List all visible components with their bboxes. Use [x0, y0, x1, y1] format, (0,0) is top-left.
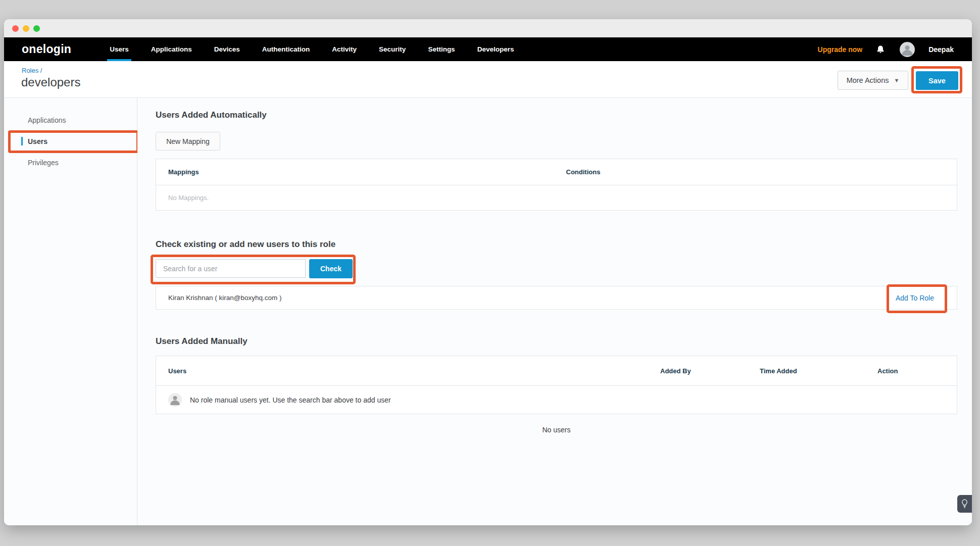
add-to-role-link[interactable]: Add To Role	[896, 294, 934, 302]
save-annotation-box: Save	[916, 71, 958, 90]
app-window: onelogin Users Applications Devices Auth…	[4, 19, 972, 525]
check-section-heading: Check existing or add new users to this …	[156, 239, 957, 250]
new-mapping-button[interactable]: New Mapping	[156, 132, 220, 151]
add-to-role-annotation-box: Add To Role	[896, 293, 934, 303]
current-user-name[interactable]: Deepak	[928, 45, 954, 54]
top-navbar: onelogin Users Applications Devices Auth…	[4, 37, 972, 61]
manual-users-table: Users Added By Time Added Action No role…	[156, 356, 957, 414]
column-header-time-added: Time Added	[760, 367, 877, 375]
no-users-text: No users	[156, 426, 957, 434]
column-header-action: Action	[877, 367, 957, 375]
lightbulb-icon	[961, 499, 968, 509]
sidebar-item-users[interactable]: Users	[4, 131, 137, 152]
sidebar-item-privileges[interactable]: Privileges	[4, 152, 137, 173]
column-header-added-by: Added By	[660, 367, 760, 375]
search-result-row: Kiran Krishnan ( kiran@boxyhq.com ) Add …	[156, 286, 957, 310]
onelogin-logo: onelogin	[22, 42, 71, 56]
nav-tab-developers[interactable]: Developers	[466, 37, 525, 61]
nav-tab-authentication[interactable]: Authentication	[251, 37, 321, 61]
nav-tab-devices[interactable]: Devices	[203, 37, 251, 61]
column-header-conditions: Conditions	[566, 168, 957, 176]
manual-section-heading: Users Added Manually	[156, 336, 957, 346]
manual-table-header: Users Added By Time Added Action	[156, 356, 957, 386]
more-actions-label: More Actions	[847, 76, 889, 84]
nav-tab-users[interactable]: Users	[99, 37, 140, 61]
user-search-input[interactable]	[156, 259, 306, 278]
notification-bell-icon[interactable]	[876, 44, 886, 55]
nav-tabs: Users Applications Devices Authenticatio…	[99, 37, 525, 61]
nav-tab-applications[interactable]: Applications	[140, 37, 203, 61]
manual-empty-row: No role manual users yet. Use the search…	[156, 386, 957, 414]
check-button[interactable]: Check	[309, 259, 353, 278]
window-close-button[interactable]	[12, 25, 19, 32]
page-header: Roles / developers More Actions ▼ Save	[4, 61, 972, 98]
page-title: developers	[21, 75, 80, 89]
column-header-users: Users	[156, 367, 660, 375]
sidebar-item-users-label: Users	[28, 137, 47, 145]
sidebar-item-applications[interactable]: Applications	[4, 110, 137, 131]
user-avatar[interactable]	[900, 42, 915, 57]
navbar-right: Upgrade now Deepak	[818, 37, 954, 61]
window-maximize-button[interactable]	[33, 25, 40, 32]
window-minimize-button[interactable]	[23, 25, 29, 32]
active-item-marker	[21, 137, 23, 145]
mappings-table: Mappings Conditions No Mappings.	[156, 159, 957, 211]
result-user-text: Kiran Krishnan ( kiran@boxyhq.com )	[168, 294, 282, 302]
search-annotation-box: Check	[156, 259, 353, 278]
save-button[interactable]: Save	[916, 71, 958, 90]
no-mappings-text: No Mappings.	[156, 194, 209, 202]
upgrade-now-link[interactable]: Upgrade now	[818, 45, 863, 54]
nav-tab-activity[interactable]: Activity	[321, 37, 368, 61]
main-content: Users Added Automatically New Mapping Ma…	[137, 98, 972, 525]
more-actions-button[interactable]: More Actions ▼	[838, 71, 908, 90]
column-header-mappings: Mappings	[156, 168, 566, 176]
breadcrumb-roles-link[interactable]: Roles /	[22, 67, 42, 74]
help-lightbulb-button[interactable]	[957, 495, 972, 513]
mappings-table-header: Mappings Conditions	[156, 159, 957, 185]
no-manual-users-text: No role manual users yet. Use the search…	[190, 396, 391, 404]
nav-tab-security[interactable]: Security	[368, 37, 417, 61]
chevron-down-icon: ▼	[894, 77, 899, 83]
nav-tab-settings[interactable]: Settings	[417, 37, 466, 61]
window-titlebar	[4, 19, 972, 37]
mappings-empty-row: No Mappings.	[156, 185, 957, 210]
placeholder-avatar-icon	[168, 393, 182, 407]
role-sidebar: Applications Users Privileges	[4, 98, 137, 525]
auto-section-heading: Users Added Automatically	[156, 110, 957, 120]
